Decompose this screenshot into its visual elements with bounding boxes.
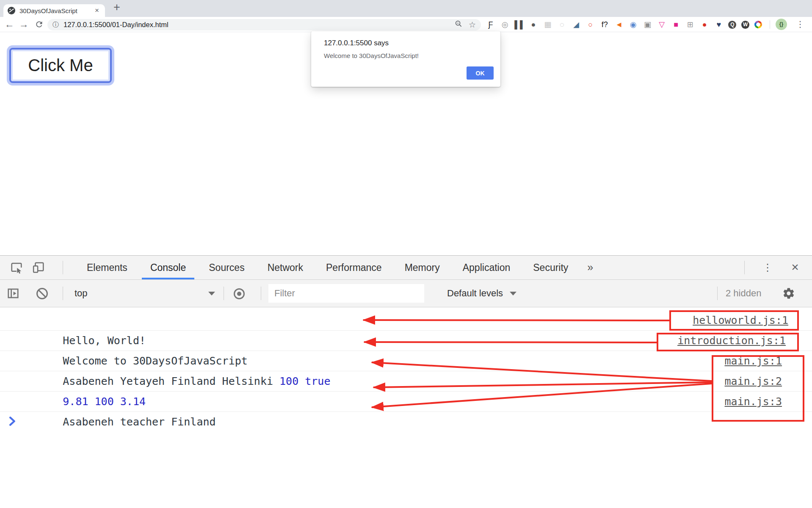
devtools-panel: Elements Console Sources Network Perform… — [0, 255, 812, 508]
devtools-close-icon[interactable]: × — [787, 256, 804, 279]
source-link[interactable]: main.js:3 — [725, 392, 782, 412]
divider — [224, 287, 224, 300]
chevron-down-icon — [208, 292, 215, 295]
chevron-down-icon — [510, 292, 516, 295]
tab-application[interactable]: Application — [451, 256, 522, 279]
toolbar-divider — [770, 20, 770, 29]
console-row: Asabeneh Yetayeh Finland Helsinki 100 tr… — [0, 351, 812, 371]
settings-gear-icon[interactable] — [782, 287, 795, 301]
browser-tab[interactable]: 30DaysOfJavaScript × — [3, 4, 105, 17]
divider — [63, 261, 63, 274]
tab-performance[interactable]: Performance — [315, 256, 393, 279]
log-level-label: Default levels — [447, 288, 503, 299]
tab-network[interactable]: Network — [256, 256, 315, 279]
back-icon[interactable]: ← — [3, 19, 15, 30]
console-row: 9.81 100 3.14 main.js:2 — [0, 371, 812, 392]
console-row: Hello, World! helloworld.js:1 — [0, 310, 812, 331]
divider — [261, 287, 261, 300]
tab-strip: 30DaysOfJavaScript × + — [0, 0, 812, 17]
inspect-element-icon[interactable] — [10, 261, 23, 276]
rainbow-ring-icon[interactable] — [754, 21, 762, 28]
orbit-icon[interactable]: ◎ — [500, 20, 510, 29]
chevron-right-icon — [9, 417, 16, 428]
eyedropper-icon[interactable]: ◢ — [572, 20, 581, 29]
red-orb-icon[interactable]: ● — [700, 20, 709, 29]
device-toolbar-icon[interactable] — [32, 261, 45, 276]
light-grid-icon[interactable]: ▦ — [543, 20, 552, 29]
w-badge-icon[interactable]: W — [741, 21, 749, 29]
alert-dialog: 127.0.0.1:5500 says Welcome to 30DaysOfJ… — [311, 31, 500, 87]
tab-elements[interactable]: Elements — [75, 256, 139, 279]
dialog-message: Welcome to 30DaysOfJavaScript! — [324, 52, 419, 59]
console-sidebar-icon[interactable] — [7, 287, 19, 301]
clear-console-icon[interactable] — [36, 288, 48, 299]
tab-security[interactable]: Security — [522, 256, 580, 279]
devtools-menu-icon[interactable]: ⋮ — [760, 256, 775, 279]
live-expression-eye-icon[interactable] — [234, 288, 245, 299]
pink-flask-icon[interactable]: ▽ — [657, 20, 666, 29]
devtools-tabs: Elements Console Sources Network Perform… — [75, 256, 601, 279]
divider — [744, 261, 745, 274]
forward-icon[interactable]: → — [18, 19, 30, 30]
red-ring-icon[interactable]: ○ — [586, 20, 595, 29]
blue-orb-icon[interactable]: ◉ — [629, 20, 638, 29]
browser-toolbar: ← → ⓘ 127.0.0.1:5500/01-Day/index.html ☆… — [0, 17, 812, 32]
context-dropdown[interactable]: top — [75, 280, 215, 307]
camera-icon[interactable]: ▣ — [643, 20, 652, 29]
q-badge-icon[interactable]: Q — [728, 21, 736, 29]
hidden-messages-count[interactable]: 2 hidden — [726, 280, 761, 307]
url-bar[interactable]: ⓘ 127.0.0.1:5500/01-Day/index.html ☆ — [47, 19, 481, 30]
divider — [717, 287, 718, 300]
gray-cube-icon[interactable]: ⊞ — [685, 20, 695, 29]
console-row: Asabeneh teacher Finland main.js:3 — [0, 392, 812, 412]
divider — [63, 287, 63, 300]
dotted-circle-icon[interactable]: ◌ — [557, 20, 566, 29]
log-message: Asabeneh teacher Finland — [63, 416, 215, 428]
page-info-icon[interactable]: ⓘ — [52, 21, 59, 29]
magenta-badge-icon[interactable]: ■ — [671, 20, 681, 29]
bookmark-star-icon[interactable]: ☆ — [469, 20, 476, 30]
tab-console[interactable]: Console — [139, 256, 197, 279]
click-me-button[interactable]: Click Me — [9, 48, 112, 83]
devtools-tabbar: Elements Console Sources Network Perform… — [0, 256, 812, 280]
source-link[interactable]: helloworld.js:1 — [693, 310, 788, 331]
dialog-title: 127.0.0.1:5500 says — [324, 39, 389, 47]
script-f-icon[interactable]: Ƒ — [486, 20, 495, 29]
ok-button[interactable]: OK — [467, 66, 494, 80]
source-link[interactable]: introduction.js:1 — [677, 331, 786, 351]
megaphone-icon[interactable]: ◄ — [614, 20, 624, 29]
context-label: top — [75, 288, 88, 299]
console-row: Welcome to 30DaysOfJavaScript introducti… — [0, 331, 812, 351]
source-link[interactable]: main.js:2 — [725, 371, 782, 392]
tab-title: 30DaysOfJavaScript — [19, 7, 93, 14]
source-link[interactable]: main.js:1 — [725, 351, 782, 371]
url-text: 127.0.0.1:5500/01-Day/index.html — [64, 21, 455, 29]
tab-close-icon[interactable]: × — [93, 6, 101, 15]
f-question-icon[interactable]: f? — [600, 20, 609, 29]
favicon-globe-icon — [8, 7, 15, 14]
bug-icon[interactable]: ● — [529, 20, 538, 29]
pause-bars-icon[interactable]: ▌▌ — [514, 20, 524, 29]
tab-memory[interactable]: Memory — [393, 256, 451, 279]
filter-input[interactable] — [268, 284, 424, 303]
zoom-icon[interactable] — [455, 20, 463, 30]
more-tabs-icon[interactable]: » — [580, 256, 601, 279]
reload-icon[interactable] — [33, 20, 45, 31]
console-toolbar: top Default levels 2 hidden — [0, 280, 812, 307]
console-log: Hello, World! helloworld.js:1 Welcome to… — [0, 307, 812, 508]
browser-menu-icon[interactable]: ⋮ — [796, 19, 804, 29]
profile-avatar[interactable]: {} — [776, 19, 787, 30]
new-tab-button[interactable]: + — [109, 1, 124, 14]
log-level-dropdown[interactable]: Default levels — [447, 280, 516, 307]
extensions-row: Ƒ◎▌▌●▦◌◢○f?◄◉▣▽■⊞●♥QW — [486, 20, 762, 29]
tab-sources[interactable]: Sources — [197, 256, 256, 279]
navy-heart-icon[interactable]: ♥ — [714, 20, 724, 29]
